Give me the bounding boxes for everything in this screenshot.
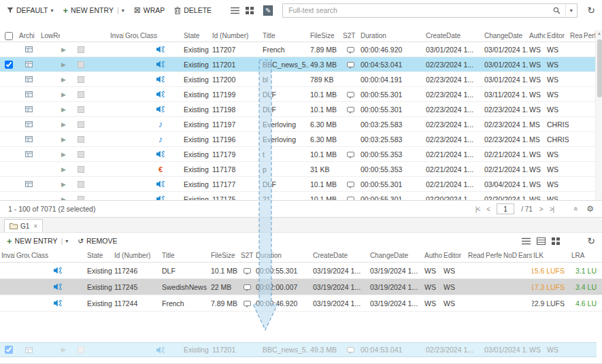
play-icon[interactable]: ▶ [61, 106, 66, 113]
play-cell[interactable]: ▶ [60, 162, 75, 176]
stop-icon[interactable] [78, 76, 84, 83]
scrollbar-thumb[interactable] [597, 39, 602, 97]
new-entry-button[interactable]: + NEW ENTRY | ▾ [63, 6, 124, 15]
column-header-read[interactable]: Read [467, 252, 484, 259]
stop-cell[interactable] [75, 117, 109, 131]
asset-row-117199[interactable]: ▶Existing117199DLF10.1 MB00:00:55.30102/… [0, 87, 595, 102]
column-header-inval[interactable]: Inval [109, 32, 124, 39]
search-icon[interactable] [550, 4, 563, 17]
asset-row-117197[interactable]: ▶♪Existing117197Everloving6.30 MB00:03:2… [0, 117, 595, 132]
play-cell[interactable]: ▶ [60, 132, 75, 146]
stop-cell[interactable] [75, 42, 109, 56]
column-header-s2t[interactable]: S2T [341, 32, 359, 39]
play-cell[interactable]: ▶ [60, 192, 75, 200]
stop-icon[interactable] [78, 151, 84, 158]
play-cell[interactable]: ▶ [60, 177, 75, 191]
column-header-changedate[interactable]: ChangeDate [369, 252, 423, 259]
column-header-author[interactable]: Author [423, 252, 442, 259]
stop-icon[interactable] [78, 46, 84, 53]
asset-row-117200[interactable]: ▶Existing117200bl789 KB00:00:04.19102/23… [0, 72, 595, 87]
table-view-icon[interactable] [537, 237, 546, 245]
stop-cell[interactable] [75, 102, 109, 116]
stop-cell[interactable] [75, 147, 109, 161]
select-all-checkbox[interactable] [5, 32, 13, 40]
column-header-grou[interactable]: Grou [15, 252, 30, 259]
column-header-perfe[interactable]: Perfe [582, 32, 595, 39]
scroll-up-icon[interactable]: ▲ [596, 31, 602, 35]
asset-row-117177[interactable]: ▶Existing117177DLF10.1 MB00:00:55.30102/… [0, 177, 595, 192]
refresh-icon[interactable]: ↻ [587, 235, 595, 246]
column-header-id-number[interactable]: Id (Number) [113, 252, 161, 259]
column-header-state[interactable]: State [86, 252, 113, 259]
column-header-editor[interactable]: Editor [442, 252, 467, 259]
play-cell[interactable]: ▶ [60, 343, 75, 357]
vertical-scrollbar[interactable]: ▲ [595, 30, 602, 200]
next-page-button[interactable]: > [539, 205, 543, 213]
remove-button[interactable]: ↺ REMOVE [78, 237, 117, 245]
column-header-id-number[interactable]: Id (Number) [211, 32, 261, 39]
stop-icon[interactable] [78, 121, 84, 128]
column-header-class[interactable]: Class [139, 32, 182, 39]
row-checkbox[interactable] [5, 346, 13, 354]
stop-cell[interactable] [75, 162, 109, 176]
play-cell[interactable]: ▶ [60, 147, 75, 161]
stop-cell[interactable] [75, 72, 109, 86]
stop-icon[interactable] [78, 136, 84, 143]
play-icon[interactable]: ▶ [61, 151, 66, 158]
grid-view-icon[interactable] [246, 7, 254, 14]
list-view-icon[interactable] [231, 7, 239, 14]
asset-row-117198[interactable]: ▶Existing117198DLF10.1 MB00:00:55.30102/… [0, 102, 595, 117]
column-header-createdate[interactable]: CreateDate [424, 32, 483, 39]
column-header-perfe[interactable]: Perfe [484, 252, 502, 259]
stop-icon[interactable] [78, 61, 84, 68]
column-header-title[interactable]: Title [261, 32, 309, 39]
play-icon[interactable]: ▶ [61, 46, 66, 53]
column-header-createdate[interactable]: CreateDate [312, 252, 369, 259]
filter-default-button[interactable]: DEFAULT ▾ [7, 6, 54, 14]
stop-icon[interactable] [78, 166, 84, 173]
column-header-duration[interactable]: Duration [359, 32, 424, 39]
play-icon[interactable]: ▶ [61, 166, 66, 173]
settings-gear-icon[interactable]: ⚙ [586, 204, 594, 214]
play-icon[interactable]: ▶ [61, 121, 66, 128]
asset-row-117207[interactable]: ▶Existing117207French7.89 MB00:00:46.920… [0, 42, 595, 57]
play-cell[interactable]: ▶ [60, 87, 75, 101]
stop-icon[interactable] [78, 91, 84, 98]
stop-cell[interactable] [75, 132, 109, 146]
column-header-class[interactable]: Class [30, 252, 86, 259]
column-header-filesize[interactable]: FileSize [309, 32, 341, 39]
stop-cell[interactable] [75, 192, 109, 200]
list-view-icon[interactable] [522, 237, 531, 245]
group-row-117246[interactable]: Existing117246DLF10.1 MB00:00:55.30103/1… [0, 263, 602, 279]
column-header-s2t[interactable]: S2T [239, 252, 254, 259]
row-checkbox[interactable] [5, 61, 13, 69]
stop-cell[interactable] [75, 87, 109, 101]
column-header-filesize[interactable]: FileSize [210, 252, 239, 259]
column-header-author[interactable]: Author [528, 32, 546, 39]
stop-cell[interactable] [75, 343, 109, 357]
play-icon[interactable]: ▶ [61, 196, 66, 201]
play-icon[interactable]: ▶ [61, 136, 66, 143]
asset-row-117178[interactable]: ▶€Existing117178p31 KB00:00:55.35302/21/… [0, 162, 595, 177]
edit-search-toggle[interactable]: ✎ [263, 5, 273, 16]
asset-row-117196[interactable]: ▶♪Existing117196Everloving6.30 MB00:03:2… [0, 132, 595, 147]
column-header-nodi[interactable]: NoDi [502, 252, 517, 259]
grid-view-icon[interactable] [552, 237, 560, 245]
stop-icon[interactable] [78, 181, 84, 188]
asset-row-117201[interactable]: ▶Existing117201BBC_news_5..49.3 MB00:04:… [0, 57, 595, 72]
fulltext-search-input[interactable] [282, 3, 578, 18]
column-header-grou[interactable]: Grou [124, 32, 139, 39]
first-page-button[interactable]: |< [475, 205, 480, 213]
stop-icon[interactable] [78, 346, 84, 353]
play-icon[interactable]: ▶ [61, 346, 66, 353]
wrap-button[interactable]: ⊠ WRAP [134, 6, 165, 14]
page-number-input[interactable] [497, 203, 514, 214]
column-header-archi[interactable]: Archi [18, 32, 39, 39]
stop-cell[interactable] [75, 57, 109, 71]
select-cell[interactable] [0, 57, 18, 71]
column-header-changedate[interactable]: ChangeDate [483, 32, 528, 39]
asset-row-117175[interactable]: ▶Existing1171752110.1 MB00:00:55.30102/2… [0, 192, 595, 200]
column-header-title[interactable]: Title [161, 252, 210, 259]
play-cell[interactable]: ▶ [60, 57, 75, 71]
stop-icon[interactable] [78, 106, 84, 113]
